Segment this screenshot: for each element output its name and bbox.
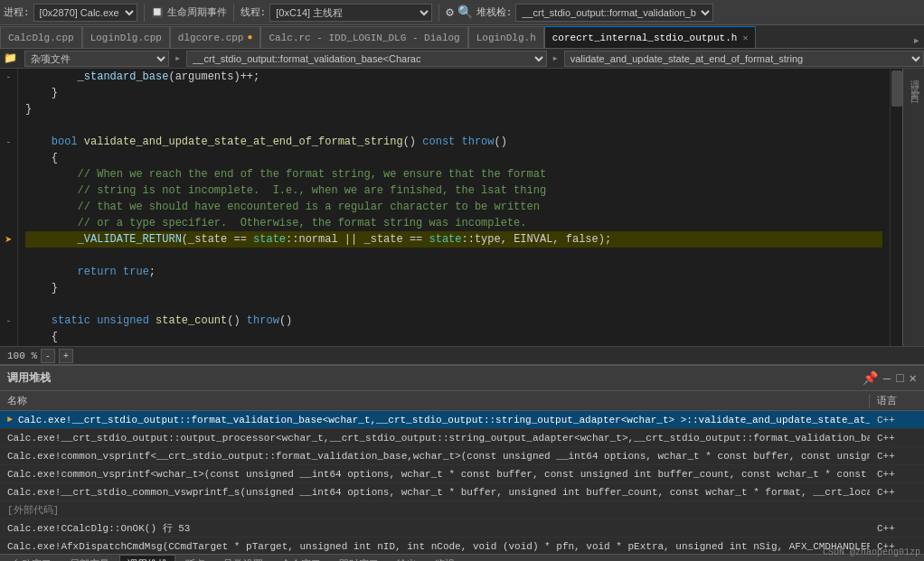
tab-calcDlg[interactable]: CalcDlg.cpp [0, 26, 82, 48]
callstack-row-6[interactable]: Calc.exe!CCalcDlg::OnOK() 行 53 C++ [0, 519, 924, 538]
panel-pin-btn[interactable]: 📌 [863, 370, 878, 386]
callstack-row-2[interactable]: Calc.exe!common_vsprintf<__crt_stdio_out… [0, 447, 924, 465]
fold-btn-1[interactable]: - [5, 69, 11, 85]
code-line-3: } [25, 101, 882, 117]
zoom-level: 100 % [7, 351, 37, 361]
code-line-11: _VALIDATE_RETURN(_state == state::normal… [25, 231, 882, 248]
code-line-14: } [25, 280, 882, 296]
code-line-8: // string is not incomplete. I.e., when … [25, 182, 882, 199]
toolbar-divider-3 [438, 4, 439, 22]
toolbar-divider-1 [144, 4, 145, 22]
code-line-4 [25, 117, 882, 134]
bottom-tab-watch[interactable]: 监视 1 [427, 555, 475, 561]
code-line-7: // When we reach the end of the format s… [25, 166, 882, 182]
bottom-tab-bar: 自动窗口 局部变量 调用堆栈 断点 异常设置 命令窗口 即时窗口 输出 监视 1… [0, 554, 924, 561]
panel-header: 调用堆栈 📌 — □ ✕ [0, 366, 924, 391]
thread-label: 线程: [240, 5, 267, 19]
bottom-tab-cmdwindow[interactable]: 命令窗口 [273, 555, 329, 561]
code-line-2: } [25, 85, 882, 101]
code-line-16: static unsigned state_count() throw() [25, 313, 882, 329]
tab-calcRc[interactable]: Calc.rc - IDD_LOGIN_DLG - Dialog [260, 26, 467, 48]
bottom-tab-callstack[interactable]: 调用堆栈 [119, 555, 175, 561]
tab-corecrtOutput[interactable]: corecrt_internal_stdio_output.h ✕ [544, 26, 757, 48]
code-line-12 [25, 248, 882, 264]
row-name-2: Calc.exe!common_vsprintf<__crt_stdio_out… [0, 451, 870, 462]
callstack-row-1[interactable]: Calc.exe!__crt_stdio_output::output_proc… [0, 429, 924, 447]
thread-select[interactable]: [0xC14] 主线程 [269, 4, 432, 22]
tab-dlgcore[interactable]: dlgcore.cpp ● [170, 26, 261, 48]
col-lang-header: 语言 [870, 394, 924, 407]
callstack-row-5[interactable]: [外部代码] [0, 501, 924, 519]
callstack-row-4[interactable]: Calc.exe!__crt_stdio_common_vswprintf_s(… [0, 483, 924, 501]
path-separator: ▸ [173, 51, 183, 65]
bottom-tab-locals[interactable]: 局部变量 [61, 555, 118, 561]
panel-minimize-btn[interactable]: — [883, 371, 891, 386]
callstack-table: 名称 语言 ► Calc.exe!__crt_stdio_output::for… [0, 391, 924, 554]
row-lang-0: C++ [870, 415, 924, 425]
row-name-7: Calc.exe!AfxDispatchCmdMsg(CCmdTarget * … [0, 541, 870, 552]
filter-label: 堆栈检: [476, 5, 513, 19]
code-line-1: _standard_base(arguments)++; [25, 69, 882, 85]
code-line-15 [25, 296, 882, 313]
file-path-bar: 📁 杂项文件 ▸ __crt_stdio_output::format_vali… [0, 49, 924, 69]
zoom-bar: 100 % - + [0, 346, 924, 364]
row-lang-2: C++ [870, 451, 924, 462]
code-line-13: return true; [25, 264, 882, 280]
panel-close-btn[interactable]: ✕ [910, 370, 917, 386]
tab-loginDlg[interactable]: LoginDlg.cpp [82, 26, 170, 48]
tab-loginDlgH[interactable]: LoginDlg.h [468, 26, 544, 48]
lifecycle-label: 🔲 [151, 6, 164, 18]
lifecycle-text: 生命周期事件 [167, 5, 227, 19]
process-label: 进程: [4, 5, 30, 19]
table-header: 名称 语言 [0, 391, 924, 411]
row-lang-4: C++ [870, 487, 924, 498]
debug-arrow: ➤ [5, 231, 12, 248]
bottom-tab-autowindow[interactable]: 自动窗口 [4, 555, 60, 561]
folder-icon: 📁 [0, 51, 21, 65]
row-lang-3: C++ [870, 469, 924, 480]
code-line-5: bool validate_and_update_state_at_end_of… [25, 134, 882, 150]
col-name-header: 名称 [0, 394, 870, 407]
callstack-row-3[interactable]: Calc.exe!common_vsprintf<wchar_t>(const … [0, 465, 924, 483]
bottom-tab-breakpoints[interactable]: 断点 [177, 555, 213, 561]
zoom-increase-btn[interactable]: + [59, 349, 73, 363]
right-toolbar: 调 试 窗 口 [902, 69, 924, 346]
code-line-10: // or a type specifier. Otherwise, the f… [25, 215, 882, 231]
code-line-6: { [25, 150, 882, 166]
folder-select[interactable]: 杂项文件 [24, 51, 169, 67]
process-select[interactable]: [0x2870] Calc.exe [33, 4, 137, 22]
fold-btn-3[interactable]: - [5, 313, 11, 329]
bottom-tab-exceptions[interactable]: 异常设置 [215, 555, 271, 561]
bottom-tab-immediate[interactable]: 即时窗口 [331, 555, 387, 561]
row-lang-6: C++ [870, 523, 924, 534]
callstack-row-0[interactable]: ► Calc.exe!__crt_stdio_output::format_va… [0, 411, 924, 429]
panel-controls: 📌 — □ ✕ [863, 370, 917, 386]
code-line-18: return static_cast<unsigned>(state::inva… [25, 345, 882, 346]
row-name-5: [外部代码] [0, 503, 870, 517]
filter-icon: ⚙ [446, 5, 453, 20]
fold-btn-2[interactable]: - [5, 134, 11, 150]
filter-select[interactable]: __crt_stdio_output::format_validation_b [515, 4, 713, 22]
tab-close-icon[interactable]: ✕ [742, 33, 748, 43]
row-lang-7: C++ [870, 541, 924, 552]
editor-area: - - ➤ - _standard_base(arguments)++; } } [0, 69, 924, 346]
zoom-decrease-btn[interactable]: - [41, 349, 55, 363]
row-name-0: ► Calc.exe!__crt_stdio_output::format_va… [0, 413, 870, 426]
callstack-panel: 调用堆栈 📌 — □ ✕ 名称 语言 ► Calc.exe!__crt_stdi… [0, 364, 924, 554]
panel-maximize-btn[interactable]: □ [896, 371, 903, 386]
bottom-tab-output[interactable]: 输出 [389, 555, 425, 561]
fold-margin: - - ➤ - [0, 69, 18, 346]
code-editor[interactable]: _standard_base(arguments)++; } } bool va… [18, 69, 890, 346]
tab-scroll-arrows[interactable]: ▸ [910, 33, 924, 48]
row-indicator-0: ► [7, 415, 13, 425]
top-toolbar: 进程: [0x2870] Calc.exe 🔲 生命周期事件 线程: [0xC1… [0, 0, 924, 25]
scrollbar-thumb[interactable] [891, 70, 902, 107]
editor-scrollbar[interactable] [890, 69, 902, 346]
callstack-row-7[interactable]: Calc.exe!AfxDispatchCmdMsg(CCmdTarget * … [0, 538, 924, 554]
code-line-17: { [25, 329, 882, 345]
row-name-6: Calc.exe!CCalcDlg::OnOK() 行 53 [0, 521, 870, 535]
filter-icon2: 🔍 [457, 5, 473, 20]
class-select[interactable]: __crt_stdio_output::format_validation_ba… [186, 51, 546, 67]
method-select[interactable]: validate_and_update_state_at_end_of_form… [564, 51, 924, 67]
toolbar-divider-2 [233, 4, 234, 22]
